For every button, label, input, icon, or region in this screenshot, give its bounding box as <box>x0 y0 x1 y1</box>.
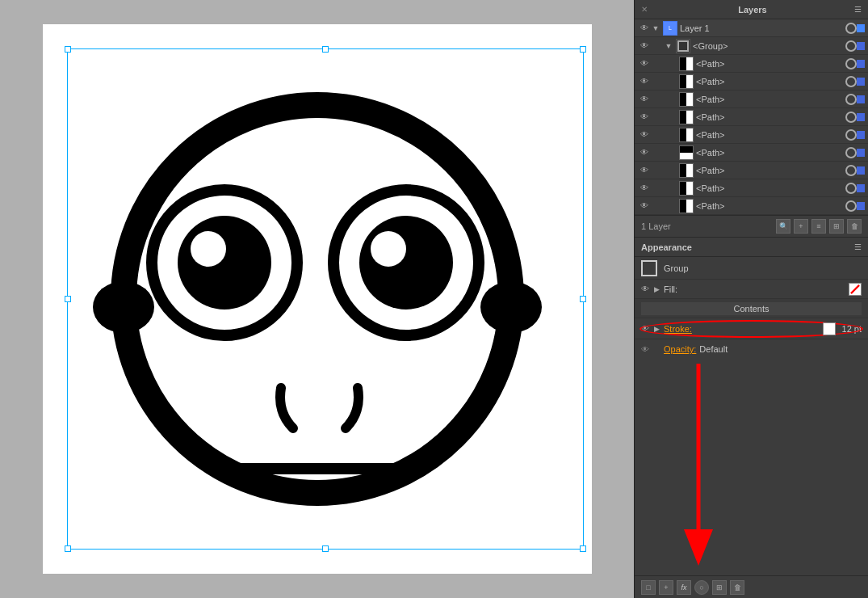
target-circle[interactable] <box>845 200 857 212</box>
visibility-icon[interactable]: 👁 <box>638 164 651 177</box>
appearance-menu-icon[interactable]: ☰ <box>854 242 862 251</box>
visibility-icon[interactable]: 👁 <box>638 75 651 88</box>
visibility-icon[interactable]: 👁 <box>638 128 651 141</box>
layer-name: <Path> <box>696 148 844 158</box>
layer-thumbnail: L <box>663 21 677 36</box>
appearance-bottom-bar: □ + fx ○ ⊞ 🗑 <box>635 575 868 598</box>
appearance-panel-header: Appearance ☰ <box>635 238 868 257</box>
visibility-icon[interactable]: 👁 <box>638 57 651 70</box>
handle-bottom-right[interactable] <box>580 545 586 552</box>
visibility-icon[interactable]: 👁 <box>638 200 651 213</box>
layer-indicator <box>857 166 865 175</box>
stroke-swatch[interactable] <box>823 322 836 335</box>
contents-row: Contents <box>635 299 868 318</box>
layer-name: <Path> <box>696 112 844 122</box>
layers-bottom-icons: 🔍 + ≡ ⊞ 🗑 <box>776 219 862 234</box>
layer-row[interactable]: 👁 <Path> <box>635 55 868 73</box>
fill-row[interactable]: 👁 ▶ Fill: <box>635 280 868 299</box>
layer-thumbnail <box>679 110 694 124</box>
stroke-value: 12 pt <box>842 324 862 334</box>
canvas-area <box>0 0 634 598</box>
fx-button[interactable]: fx <box>677 580 691 595</box>
handle-top-right[interactable] <box>580 46 586 53</box>
layer-thumbnail <box>679 57 694 71</box>
target-circle[interactable] <box>845 40 857 52</box>
layer-name: <Group> <box>693 41 844 51</box>
opacity-label[interactable]: Opacity: <box>664 344 696 354</box>
stroke-expand-icon[interactable]: ▶ <box>654 325 664 333</box>
visibility-icon[interactable]: 👁 <box>638 22 651 35</box>
new-layer-button[interactable]: + <box>794 219 808 234</box>
layer-indicator <box>857 184 865 192</box>
layer-name: <Path> <box>696 130 844 140</box>
delete-appearance-button[interactable]: 🗑 <box>730 580 744 595</box>
layer-indicator <box>857 42 865 50</box>
appearance-panel-title: Appearance <box>641 242 692 252</box>
fill-swatch[interactable] <box>849 283 862 296</box>
layer-row[interactable]: 👁 <Path> <box>635 73 868 91</box>
layer-row[interactable]: 👁 <Path> <box>635 144 868 162</box>
expand-arrow[interactable]: ▼ <box>664 41 673 51</box>
stroke-visibility-icon[interactable]: 👁 <box>641 324 654 333</box>
layer-indicator <box>857 149 865 157</box>
layer-row[interactable]: 👁 ▼ L Layer 1 <box>635 19 868 37</box>
visibility-icon[interactable]: 👁 <box>638 93 651 106</box>
target-circle[interactable] <box>845 165 857 176</box>
handle-bottom-left[interactable] <box>65 545 71 552</box>
layer-row[interactable]: 👁 <Path> <box>635 91 868 108</box>
visibility-icon[interactable]: 👁 <box>638 40 651 53</box>
add-fill-button[interactable]: □ <box>641 580 656 595</box>
target-circle[interactable] <box>845 94 857 105</box>
search-layer-button[interactable]: 🔍 <box>776 219 790 234</box>
face-illustration <box>83 57 551 558</box>
layer-comp-button[interactable]: ⊞ <box>829 219 844 234</box>
add-stroke-button[interactable]: + <box>659 580 673 595</box>
expand-arrow[interactable]: ▼ <box>651 23 660 33</box>
close-icon[interactable]: ✕ <box>641 5 648 14</box>
target-circle[interactable] <box>845 147 857 158</box>
svg-point-4 <box>178 216 271 310</box>
handle-top-center[interactable] <box>322 46 329 53</box>
visibility-icon[interactable]: 👁 <box>638 146 651 159</box>
fill-expand-icon[interactable]: ▶ <box>654 285 664 293</box>
duplicate-button[interactable]: ⊞ <box>712 580 727 595</box>
opacity-row[interactable]: 👁 Opacity: Default <box>635 339 868 359</box>
visibility-icon[interactable]: 👁 <box>638 182 651 195</box>
layers-bottom-bar: 1 Layer 🔍 + ≡ ⊞ 🗑 <box>635 215 868 238</box>
layer-thumbnail <box>679 199 694 213</box>
layer-row[interactable]: 👁 <Path> <box>635 179 868 197</box>
layers-menu-icon[interactable]: ☰ <box>854 5 862 14</box>
layer-row[interactable]: 👁 <Path> <box>635 197 868 215</box>
layer-thumbnail <box>679 74 694 89</box>
svg-point-8 <box>371 231 406 267</box>
layer-indicator <box>857 131 865 139</box>
handle-top-left[interactable] <box>65 46 71 53</box>
layer-count: 1 Layer <box>641 221 776 231</box>
layer-thumbnail <box>679 181 694 196</box>
target-circle[interactable] <box>845 129 857 141</box>
group-square-icon <box>641 260 657 276</box>
layer-row[interactable]: 👁 <Path> <box>635 108 868 126</box>
target-circle[interactable] <box>845 112 857 123</box>
opacity-visibility-icon[interactable]: 👁 <box>641 345 654 354</box>
delete-layer-button[interactable]: 🗑 <box>847 219 862 234</box>
layer-thumbnail <box>679 128 694 142</box>
target-circle[interactable] <box>845 183 857 194</box>
layer-row[interactable]: 👁 ▼ <Group> <box>635 37 868 55</box>
layer-row[interactable]: 👁 <Path> <box>635 126 868 144</box>
visibility-icon[interactable]: 👁 <box>638 111 651 124</box>
target-circle[interactable] <box>845 58 857 69</box>
opacity-value: Default <box>699 344 728 354</box>
appearance-content: Group 👁 ▶ Fill: Contents 👁 ▶ Stroke: <box>635 257 868 575</box>
fill-label: Fill: <box>664 284 849 294</box>
stroke-label[interactable]: Stroke: <box>664 324 823 334</box>
fill-visibility-icon[interactable]: 👁 <box>641 284 654 293</box>
layer-row[interactable]: 👁 <Path> <box>635 162 868 179</box>
handle-middle-left[interactable] <box>65 296 71 302</box>
stroke-row[interactable]: 👁 ▶ Stroke: 12 pt <box>635 318 868 339</box>
layer-options-button[interactable]: ≡ <box>811 219 826 234</box>
target-circle[interactable] <box>845 23 857 34</box>
clear-appearance-button[interactable]: ○ <box>694 580 709 595</box>
target-circle[interactable] <box>845 76 857 87</box>
handle-middle-right[interactable] <box>580 296 586 302</box>
